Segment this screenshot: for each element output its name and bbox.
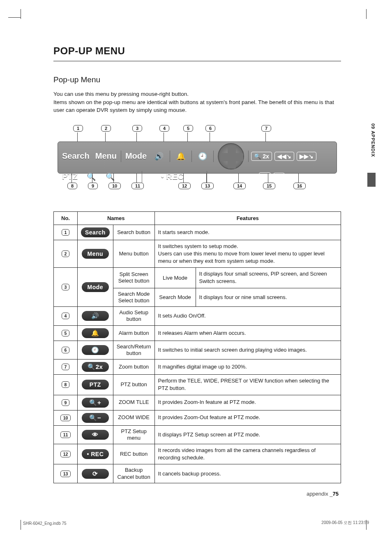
row-no: 1 — [62, 229, 70, 236]
side-index-bar — [367, 173, 376, 187]
step-button[interactable]: ↘ᴵ — [259, 172, 271, 181]
callout-13: 13 — [201, 183, 214, 189]
row-name: Search Mode Select button — [113, 288, 154, 307]
dpad-control[interactable] — [218, 143, 244, 169]
callout-7: 7 — [261, 125, 271, 132]
zoom-in-icon: 🔍+ — [82, 398, 109, 408]
intro-line-2: Items shown on the pop-up menu are ident… — [53, 98, 341, 114]
callout-12: 12 — [178, 183, 191, 189]
zoom-in-icon[interactable]: 🔍+ — [85, 171, 101, 183]
row-name: Zoom button — [113, 359, 154, 375]
row-no: 8 — [62, 381, 70, 388]
audio-icon: 🔊 — [82, 311, 109, 321]
cancel-icon[interactable]: ⟳ — [188, 171, 204, 183]
zoom-2x-button[interactable]: 🔍2x — [251, 152, 272, 161]
row-feature: It magnifies digital image up to 200%. — [154, 359, 341, 375]
row-no: 7 — [62, 364, 70, 370]
row-feature: It provides Zoom-In feature at PTZ mode. — [154, 395, 341, 410]
row-feature: It switches to initial search screen dur… — [154, 341, 341, 359]
alarm-icon[interactable]: 🔔 — [173, 150, 189, 162]
side-tab: 09 APPENDIX — [371, 123, 376, 157]
row-name: Backup Cancel button — [113, 464, 154, 483]
row-no: 2 — [62, 250, 70, 257]
callout-9: 9 — [88, 183, 98, 189]
row-no: 3 — [62, 284, 70, 290]
row-mode: Live Mode — [154, 268, 196, 288]
th-no: No. — [54, 211, 78, 225]
intro-line-1: You can use this menu by pressing mouse-… — [53, 90, 341, 98]
row-button: Menu — [82, 249, 109, 259]
row-no: 6 — [62, 347, 70, 353]
row-no: 10 — [60, 415, 71, 421]
stop-button[interactable] — [273, 173, 285, 181]
callout-2: 2 — [101, 125, 111, 132]
row-feature: It provides Zoom-Out feature at PTZ mode… — [154, 410, 341, 425]
callout-4: 4 — [159, 125, 169, 132]
row-feature: It displays PTZ Setup screen at PTZ mode… — [154, 425, 341, 444]
row-no: 12 — [60, 451, 71, 457]
clock-icon: 🕘 — [82, 345, 109, 355]
row-feature: It records video images from all the cam… — [154, 444, 341, 464]
sub-title: Pop-up Menu — [53, 75, 341, 84]
popup-menu-diagram: 1 2 3 4 5 6 7 Search Menu Mode 🔊 🔔 🕘 — [53, 125, 341, 195]
callout-10: 10 — [108, 183, 121, 189]
print-mark-left: SHR-6042_Eng.indb 75 — [23, 521, 67, 526]
zoom-out-icon: 🔍− — [82, 413, 109, 423]
row-name: Search/Return button — [113, 341, 154, 359]
row-feature: It cancels backup process. — [154, 464, 341, 483]
row-name: Audio Setup button — [113, 307, 154, 326]
alarm-icon: 🔔 — [82, 328, 109, 338]
row-feature: It switches system to setup mode.Users c… — [154, 240, 341, 268]
th-names: Names — [78, 211, 155, 225]
audio-icon[interactable]: 🔊 — [151, 150, 167, 162]
row-no: 9 — [62, 399, 70, 406]
callout-11: 11 — [131, 183, 144, 189]
row-name: REC button — [113, 444, 154, 464]
row-mode: Search Mode — [154, 288, 196, 307]
row-feature: It releases Alarm when Alarm occurs. — [154, 325, 341, 341]
cancel-icon: ⟳ — [82, 469, 109, 479]
row-button: Mode — [82, 282, 109, 292]
row-no: 13 — [60, 471, 71, 477]
callout-8: 8 — [67, 183, 77, 189]
row-feature: It sets Audio On/Off. — [154, 307, 341, 326]
row-no: 4 — [62, 313, 70, 319]
row-name: Search button — [113, 225, 154, 240]
menu-menu[interactable]: Menu — [94, 151, 118, 161]
row-no: 5 — [62, 330, 70, 336]
forward-button[interactable]: ▶▶↘ — [297, 152, 316, 161]
row-feature: It starts search mode. — [154, 225, 341, 240]
eye-icon: 👁 — [82, 430, 109, 440]
stop-square-icon — [276, 174, 282, 180]
callout-14: 14 — [233, 183, 246, 189]
menu-search[interactable]: Search — [60, 151, 91, 161]
row-button: PTZ — [82, 380, 109, 390]
row-feature: Perform the TELE, WIDE, PRESET or VIEW f… — [154, 375, 341, 395]
page-title: POP-UP MENU — [53, 45, 341, 61]
row-name: ZOOM TLLE — [113, 395, 154, 410]
callout-5: 5 — [183, 125, 193, 132]
features-table: No. Names Features 1SearchSearch buttonI… — [53, 211, 341, 483]
callout-16: 16 — [293, 183, 306, 189]
menu-mode[interactable]: Mode — [124, 151, 148, 161]
row-name: PTZ Setup menu — [113, 425, 154, 444]
row-name: Split Screen Select button — [113, 268, 154, 288]
th-features: Features — [154, 211, 341, 225]
row-name: Menu button — [113, 240, 154, 268]
menu-rec[interactable]: • REC — [159, 172, 185, 181]
row-button: • REC — [82, 449, 109, 459]
freeze-icon[interactable]: ❄ — [240, 171, 256, 183]
callout-15: 15 — [263, 183, 275, 189]
row-feature: It displays four or nine small screens. — [196, 288, 341, 307]
callout-1: 1 — [73, 125, 83, 132]
print-mark-right: 2009-06-05 오전 11:23:59 — [321, 520, 369, 526]
rewind-button[interactable]: ◀◀↘ — [274, 152, 294, 161]
row-feature: It displays four small screens, PIP scre… — [196, 268, 341, 288]
callout-6: 6 — [205, 125, 215, 132]
row-name: Alarm button — [113, 325, 154, 341]
page-footer: appendix _75 — [307, 491, 339, 497]
row-no: 11 — [60, 431, 71, 438]
menu-bar: Search Menu Mode 🔊 🔔 🕘 🔍2x ◀◀↘ ▶▶↘ PTZ 🔍… — [58, 141, 337, 174]
clock-icon[interactable]: 🕘 — [194, 150, 211, 162]
zoom-out-icon[interactable]: 🔍− — [104, 171, 120, 183]
